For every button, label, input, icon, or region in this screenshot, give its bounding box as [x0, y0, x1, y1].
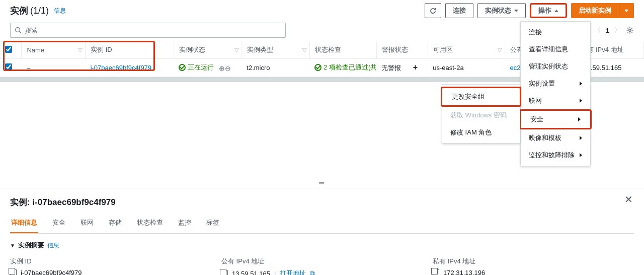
copy-icon[interactable]: [221, 270, 228, 276]
col-alarm[interactable]: 警报状态: [376, 41, 428, 59]
svg-line-1: [20, 32, 22, 34]
chevron-right-icon: [580, 99, 582, 103]
svg-point-2: [629, 29, 631, 31]
cell-ipv4: 3.59.51.165: [582, 59, 644, 77]
tab-monitoring[interactable]: 监控: [177, 214, 192, 233]
actions-button[interactable]: 操作: [530, 3, 567, 18]
field-public-ip: 公有 IPv4 地址 13.59.51.165 | 打开地址 ⧉: [221, 257, 423, 275]
summary-title: 实例摘要: [18, 241, 44, 250]
instance-state-button[interactable]: 实例状态: [477, 3, 526, 18]
cell-status-check: 2 项检查已通过(共: [309, 59, 376, 77]
select-all-checkbox[interactable]: [5, 46, 12, 53]
field-instance-id: 实例 ID i-07baec69bf9c4f979: [10, 257, 211, 275]
submenu-change-sg[interactable]: 更改安全组: [441, 87, 521, 107]
tab-security[interactable]: 安全: [51, 214, 66, 233]
col-az[interactable]: 可用区▽: [428, 41, 505, 59]
cell-state: 正在运行 ⊕⊖: [174, 59, 242, 77]
cell-alarm: 无警报 +: [376, 59, 428, 77]
tab-storage[interactable]: 存储: [108, 214, 123, 233]
menu-networking[interactable]: 联网: [521, 92, 590, 109]
tab-networking[interactable]: 联网: [79, 214, 95, 233]
passed-icon: [314, 64, 321, 71]
filter-icon[interactable]: ▽: [234, 47, 238, 53]
panel-drag-handle[interactable]: ═: [0, 178, 644, 188]
filter-icon[interactable]: ▽: [498, 47, 502, 53]
chevron-right-icon: [580, 153, 582, 157]
filter-icon[interactable]: ▽: [302, 47, 306, 53]
copy-icon[interactable]: [433, 269, 439, 275]
menu-monitor[interactable]: 监控和故障排除: [521, 147, 590, 164]
cell-az: us-east-2a: [428, 59, 505, 77]
col-name[interactable]: Name▽: [22, 41, 86, 59]
public-ip-label: 公有 IPv4 地址: [221, 257, 423, 266]
cell-instance-id[interactable]: i-07baec69bf9c4f979: [86, 59, 174, 77]
chevron-right-icon: [580, 136, 582, 140]
info-link[interactable]: 信息: [54, 7, 66, 15]
search-input-wrapper[interactable]: [10, 23, 286, 38]
col-type[interactable]: 实例类型▽: [242, 41, 309, 59]
filter-icon[interactable]: ▽: [78, 47, 82, 53]
search-icon: [15, 27, 22, 34]
close-detail-button[interactable]: ✕: [624, 193, 633, 205]
private-ip-value: 172.31.13.196: [443, 269, 485, 275]
tab-details[interactable]: 详细信息: [10, 214, 38, 233]
col-check[interactable]: [0, 41, 22, 59]
col-ipv4[interactable]: 有 IPv4 地址: [582, 41, 644, 59]
zoom-icons[interactable]: ⊕⊖: [219, 64, 231, 73]
security-submenu: 更改安全组 获取 Windows 密码 修改 IAM 角色: [442, 84, 520, 144]
menu-connect[interactable]: 连接: [521, 24, 590, 41]
actions-menu: 连接 查看详细信息 管理实例状态 实例设置 联网 安全 映像和模板 监控和故障排…: [520, 21, 591, 166]
chevron-right-icon: [580, 82, 582, 86]
summary-info-link[interactable]: 信息: [47, 241, 59, 250]
connect-button[interactable]: 连接: [445, 3, 473, 18]
expand-summary-toggle[interactable]: ▼: [10, 243, 15, 248]
search-input[interactable]: [25, 27, 281, 34]
launch-instance-split-button[interactable]: [619, 3, 634, 18]
col-instance-id[interactable]: 实例 ID: [86, 41, 174, 59]
open-address-link[interactable]: 打开地址: [280, 269, 306, 275]
running-icon: [179, 64, 186, 71]
instance-state-label: 实例状态: [485, 6, 511, 15]
tab-tags[interactable]: 标签: [205, 214, 220, 233]
menu-image-template[interactable]: 映像和模板: [521, 129, 590, 147]
svg-point-0: [16, 28, 20, 32]
actions-label: 操作: [538, 6, 551, 15]
instance-id-label: 实例 ID: [10, 257, 211, 266]
cell-type: t2.micro: [242, 59, 309, 77]
public-ip-value: 13.59.51.165: [232, 270, 270, 276]
menu-security[interactable]: 安全: [519, 109, 592, 129]
launch-instance-button[interactable]: 启动新实例: [571, 3, 619, 18]
settings-gear-button[interactable]: [626, 26, 634, 34]
pager-next[interactable]: 〉: [614, 26, 621, 35]
chevron-right-icon: [578, 117, 581, 121]
tab-status[interactable]: 状态检查: [136, 214, 164, 233]
instance-id-value: i-07baec69bf9c4f979: [21, 269, 82, 275]
gear-icon: [626, 26, 634, 34]
private-ip-label: 私有 IPv4 地址: [433, 257, 634, 266]
chevron-up-icon: [554, 10, 558, 12]
page-title: 实例: [10, 5, 28, 17]
menu-instance-settings[interactable]: 实例设置: [521, 75, 590, 92]
copy-icon[interactable]: [10, 269, 17, 275]
cell-name: –: [22, 59, 86, 77]
add-alarm-button[interactable]: +: [413, 63, 418, 72]
refresh-icon: [429, 7, 437, 15]
menu-manage-state[interactable]: 管理实例状态: [521, 58, 590, 75]
external-link-icon[interactable]: ⧉: [310, 269, 315, 276]
pager-prev[interactable]: 〈: [594, 26, 601, 35]
detail-title: 实例: i-07baec69bf9c4f979: [10, 196, 634, 208]
chevron-down-icon: [514, 10, 518, 12]
submenu-get-win-pwd: 获取 Windows 密码: [442, 107, 520, 124]
pager-page: 1: [606, 27, 609, 34]
refresh-button[interactable]: [425, 3, 441, 18]
field-private-ip: 私有 IPv4 地址 172.31.13.196: [433, 257, 634, 275]
submenu-modify-iam[interactable]: 修改 IAM 角色: [442, 124, 520, 141]
col-status-check[interactable]: 状态检查: [309, 41, 376, 59]
col-state[interactable]: 实例状态▽: [174, 41, 242, 59]
menu-view-details[interactable]: 查看详细信息: [521, 41, 590, 58]
row-checkbox[interactable]: [5, 63, 12, 71]
chevron-down-icon: [624, 10, 628, 12]
instance-count: (1/1): [30, 6, 49, 16]
